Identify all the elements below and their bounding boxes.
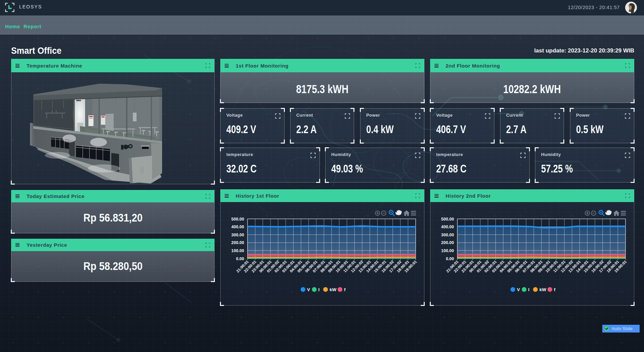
- svg-text:f: f: [554, 287, 556, 292]
- svg-text:400.00: 400.00: [231, 225, 244, 229]
- svg-text:100.00: 100.00: [231, 248, 244, 253]
- svg-text:400.00: 400.00: [441, 225, 454, 229]
- svg-text:0.00: 0.00: [446, 257, 454, 261]
- svg-text:300.00: 300.00: [231, 233, 244, 237]
- svg-text:f: f: [344, 287, 346, 292]
- svg-text:V: V: [307, 287, 310, 292]
- svg-text:500.00: 500.00: [441, 217, 454, 222]
- svg-text:kW: kW: [539, 287, 546, 292]
- svg-text:V: V: [517, 287, 520, 292]
- svg-text:200.00: 200.00: [231, 240, 244, 245]
- svg-text:100.00: 100.00: [441, 248, 454, 253]
- svg-text:I: I: [528, 287, 530, 292]
- svg-text:200.00: 200.00: [441, 240, 454, 245]
- svg-text:0.00: 0.00: [236, 257, 244, 261]
- svg-text:500.00: 500.00: [231, 217, 244, 222]
- svg-text:300.00: 300.00: [441, 233, 454, 237]
- svg-text:kW: kW: [330, 287, 337, 292]
- svg-text:I: I: [318, 287, 320, 292]
